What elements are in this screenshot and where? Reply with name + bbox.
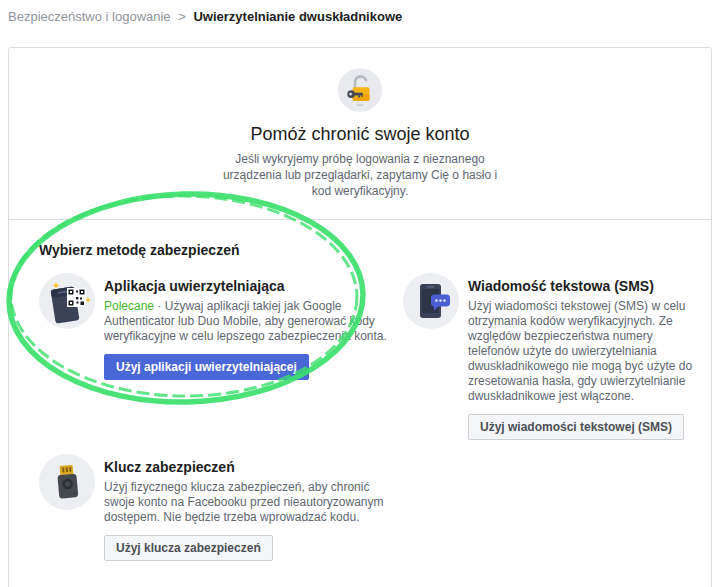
method-security-key: Klucz zabezpieczeń Użyj fizycznego klucz… — [39, 454, 389, 561]
breadcrumb-section-link[interactable]: Bezpieczeństwo i logowanie — [8, 9, 171, 24]
breadcrumb-page-title: Uwierzytelnianie dwuskładnikowe — [193, 9, 402, 24]
recommended-badge: Polecane — [104, 299, 154, 313]
method-title: Wiadomość tekstowa (SMS) — [468, 278, 703, 294]
phone-qr-code-icon — [39, 273, 95, 329]
method-description: Polecane · Używaj aplikacji takiej jak G… — [104, 299, 389, 344]
method-description: Użyj wiadomości tekstowej (SMS) w celu o… — [468, 299, 703, 404]
use-security-key-button[interactable]: Użyj klucza zabezpieczeń — [104, 535, 273, 561]
breadcrumb-separator: > — [178, 9, 186, 24]
breadcrumb: Bezpieczeństwo i logowanie > Uwierzyteln… — [0, 0, 720, 24]
page-title: Pomóż chronić swoje konto — [29, 124, 691, 145]
method-sms: Wiadomość tekstowa (SMS) Użyj wiadomości… — [403, 273, 703, 440]
dot-separator: · — [157, 299, 161, 313]
methods-heading: Wybierz metodę zabezpieczeń — [39, 242, 701, 258]
use-sms-button[interactable]: Użyj wiadomości tekstowej (SMS) — [468, 414, 684, 440]
method-authenticator-app: Aplikacja uwierzytelniająca Polecane · U… — [39, 273, 389, 440]
method-description: Użyj fizycznego klucza zabezpieczeń, aby… — [104, 480, 389, 525]
page-subtitle: Jeśli wykryjemy próbę logowania z niezna… — [218, 151, 502, 199]
phone-message-icon — [403, 273, 459, 329]
usb-security-key-icon — [39, 454, 95, 510]
two-factor-settings-card: Pomóż chronić swoje konto Jeśli wykryjem… — [8, 47, 712, 587]
hero-section: Pomóż chronić swoje konto Jeśli wykryjem… — [9, 48, 711, 219]
method-title: Aplikacja uwierzytelniająca — [104, 278, 389, 294]
method-title: Klucz zabezpieczeń — [104, 459, 389, 475]
use-authenticator-app-button[interactable]: Użyj aplikacji uwierzytelniającej — [104, 354, 309, 380]
methods-section: Wybierz metodę zabezpieczeń — [9, 220, 711, 587]
lock-with-key-icon — [338, 68, 382, 112]
